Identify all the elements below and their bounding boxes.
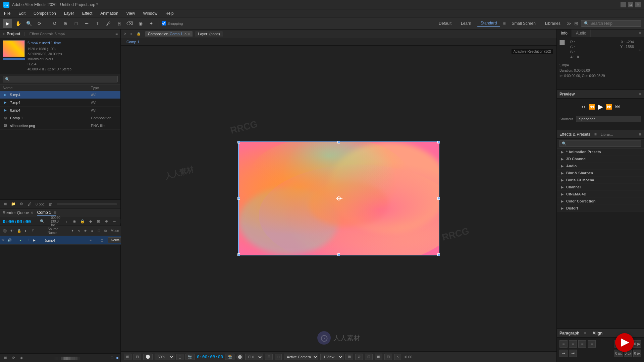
panel-menu[interactable]: ≡ xyxy=(115,32,118,36)
comp-snapshot-btn[interactable]: 📸 xyxy=(225,354,234,360)
comp-tab-close[interactable]: ✕ xyxy=(184,32,187,36)
center-anchor-point[interactable] xyxy=(337,196,341,200)
project-settings-btn[interactable]: ⚙ xyxy=(18,201,25,207)
align-left-btn[interactable]: ≡ xyxy=(559,340,568,348)
comp-check-btn[interactable]: □ xyxy=(275,354,282,360)
handle-top-left[interactable] xyxy=(237,141,240,143)
menu-animation[interactable]: Animation xyxy=(99,10,119,16)
comp-timecode[interactable]: 0:00:03:00 xyxy=(197,354,223,359)
anchor-tool[interactable]: ⊕ xyxy=(61,19,70,28)
recording-button[interactable] xyxy=(615,333,634,352)
selection-tool[interactable]: ▶ xyxy=(3,19,12,28)
zoom-tool[interactable]: 🔍 xyxy=(24,19,34,28)
file-row-8mp4[interactable]: ▶ 8.mp4 AVI xyxy=(0,107,120,114)
effects-menu[interactable]: ≡ xyxy=(639,132,641,137)
effects-cat-animation-presets[interactable]: ▶ * Animation Presets xyxy=(557,148,644,156)
hand-tool[interactable]: ✋ xyxy=(13,19,23,28)
comp-camera-btn[interactable]: 📷 xyxy=(185,354,195,360)
comp-tab-layer[interactable]: Layer: (none) xyxy=(195,31,222,37)
effects-cat-blur[interactable]: ▶ Blur & Sharpen xyxy=(557,170,644,177)
tab-audio[interactable]: Audio xyxy=(572,29,591,37)
delete-btn[interactable]: 🗑 xyxy=(47,201,54,207)
effects-cat-color-correction[interactable]: ▶ Color Correction xyxy=(557,198,644,205)
comp-zoom-select[interactable]: 50% 100% 25% xyxy=(155,354,174,360)
menu-effect[interactable]: Effect xyxy=(81,10,94,16)
menu-view[interactable]: View xyxy=(125,10,137,16)
comp-color-btn[interactable]: ⬤ xyxy=(236,354,243,360)
handle-bottom-right[interactable] xyxy=(437,253,440,256)
brush-tool[interactable]: 🖌 xyxy=(104,19,113,28)
effects-cat-distort[interactable]: ▶ Distort xyxy=(557,205,644,212)
add-info-btn[interactable]: + xyxy=(639,40,641,60)
comp-guides-btn[interactable]: ⊟ xyxy=(384,354,392,360)
clone-tool[interactable]: ⎘ xyxy=(114,19,124,28)
comp-grid-btn[interactable]: ⊡ xyxy=(133,354,141,360)
comp-canvas[interactable] xyxy=(238,141,439,255)
tl-bottom-btn-4[interactable]: ⊡ xyxy=(108,355,115,361)
file-row-silhouette[interactable]: 🖼 silhouettee.png PNG file xyxy=(0,122,120,130)
tl-solo-btn[interactable]: ◉ xyxy=(71,218,78,225)
new-folder-btn[interactable]: 📁 xyxy=(10,201,17,207)
minimize-button[interactable]: — xyxy=(621,2,626,7)
play-btn[interactable]: ▶ xyxy=(598,103,603,111)
shape-tool[interactable]: □ xyxy=(71,19,81,28)
tl-bottom-btn-2[interactable]: ⟳ xyxy=(10,355,17,361)
tl-comp-btn[interactable]: ⊞ xyxy=(95,218,102,225)
tl-motion-btn[interactable]: ⊸ xyxy=(111,218,118,225)
timeline-time-display[interactable]: 0:00:03:00 xyxy=(3,219,36,224)
workspace-learn[interactable]: Learn xyxy=(458,20,475,27)
layer-vis-1[interactable]: 👁 xyxy=(1,238,7,242)
comp-3d-btn[interactable]: ⊕ xyxy=(355,354,363,360)
comp-panel-icon[interactable]: ≡ xyxy=(130,32,132,36)
rotate-tool[interactable]: ↺ xyxy=(50,19,59,28)
effects-cat-audio[interactable]: ▶ Audio xyxy=(557,163,644,170)
comp-view-btn[interactable]: ⚪ xyxy=(143,354,153,360)
align-center-btn[interactable]: ≡ xyxy=(569,340,577,348)
find-missing-btn[interactable]: 🖊 xyxy=(26,201,33,207)
tl-expand-btn[interactable]: ↕ xyxy=(63,218,70,225)
workspace-default[interactable]: Default xyxy=(435,20,455,27)
align-right-btn[interactable]: ≡ xyxy=(578,340,586,348)
preview-menu[interactable]: ≡ xyxy=(639,92,641,97)
render-queue-tab[interactable]: Render Queue ✕ xyxy=(3,210,33,215)
close-button[interactable]: ✕ xyxy=(635,2,641,7)
effects-search-input[interactable] xyxy=(559,140,641,147)
menu-file[interactable]: File xyxy=(3,10,12,16)
effects-cat-3dchannel[interactable]: ▶ 3D Channel xyxy=(557,156,644,163)
layer-audio-1[interactable]: 🔊 xyxy=(7,238,13,242)
project-panel-icon[interactable]: ≡ xyxy=(3,32,5,36)
menu-composition[interactable]: Composition xyxy=(32,10,57,16)
effects-tab-library[interactable]: Librar... xyxy=(599,132,614,136)
handle-top-mid[interactable] xyxy=(337,141,340,143)
handle-mid-left[interactable] xyxy=(237,197,240,200)
file-row-7mp4[interactable]: ▶ 7.mp4 AVI xyxy=(0,99,120,107)
tl-bottom-btn-1[interactable]: ⊞ xyxy=(2,355,9,361)
roto-tool[interactable]: ◉ xyxy=(136,19,145,28)
comp-lock-icon[interactable]: 🔒 xyxy=(137,32,141,36)
snapping-checkbox[interactable] xyxy=(162,21,166,25)
maximize-button[interactable]: □ xyxy=(628,2,633,7)
comp-close-icon[interactable]: ✕ xyxy=(124,32,126,36)
workspace-libraries[interactable]: Libraries xyxy=(542,20,564,27)
go-to-last-btn[interactable]: ⏭ xyxy=(615,104,621,110)
effects-cat-channel[interactable]: ▶ Channel xyxy=(557,184,644,191)
comp-view-expand-btn[interactable]: ⊞ xyxy=(345,354,353,360)
layer-expand-1[interactable]: ▶ xyxy=(33,238,38,242)
camera-orbit-tool[interactable]: ⟳ xyxy=(35,19,44,28)
effects-cat-boris[interactable]: ▶ Boris FX Mocha xyxy=(557,177,644,184)
comp-grid2-btn[interactable]: ⊡ xyxy=(365,354,373,360)
px-para-btn[interactable]: 0 px xyxy=(633,350,641,357)
comp-ruler-btn[interactable]: ⊞ xyxy=(375,354,382,360)
menu-layer[interactable]: Layer xyxy=(63,10,75,16)
comp1-timeline-tab[interactable]: Comp 1 ≡ xyxy=(37,210,56,216)
shortcut-value[interactable]: Spacebar xyxy=(576,116,641,122)
workspace-small-screen[interactable]: Small Screen xyxy=(508,20,539,27)
comp-tab-composition[interactable]: Composition Comp 1 ✕ ≡ xyxy=(145,31,193,37)
info-panel-menu[interactable]: ≡ xyxy=(636,29,644,37)
project-search-input[interactable] xyxy=(3,76,118,82)
file-row-comp1[interactable]: ◎ Comp 1 Composition xyxy=(0,114,120,122)
tl-search-btn[interactable]: 🔍 xyxy=(39,218,46,225)
menu-edit[interactable]: Edit xyxy=(17,10,27,16)
tl-markers-btn[interactable]: ◆ xyxy=(87,218,94,225)
step-back-btn[interactable]: ⏪ xyxy=(589,104,595,110)
